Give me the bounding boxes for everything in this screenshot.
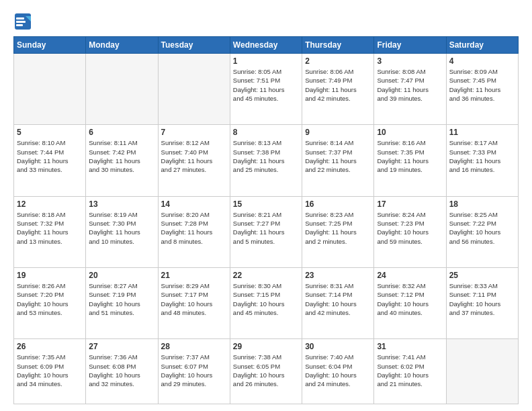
calendar-cell: 22Sunrise: 8:30 AM Sunset: 7:15 PM Dayli… [230, 267, 302, 338]
page: SundayMondayTuesdayWednesdayThursdayFrid… [0, 0, 532, 411]
week-row-3: 19Sunrise: 8:26 AM Sunset: 7:20 PM Dayli… [14, 267, 519, 338]
day-number: 19 [17, 271, 83, 280]
day-number: 18 [449, 199, 515, 209]
day-info: Sunrise: 8:25 AM Sunset: 7:22 PM Dayligh… [449, 210, 515, 246]
weekday-wednesday: Wednesday [230, 37, 302, 54]
day-info: Sunrise: 8:23 AM Sunset: 7:25 PM Dayligh… [305, 210, 371, 246]
calendar-table: SundayMondayTuesdayWednesdayThursdayFrid… [13, 36, 519, 404]
calendar-cell: 28Sunrise: 7:37 AM Sunset: 6:07 PM Dayli… [158, 339, 230, 404]
weekday-monday: Monday [86, 37, 158, 54]
day-info: Sunrise: 8:06 AM Sunset: 7:49 PM Dayligh… [305, 67, 371, 103]
day-number: 1 [233, 56, 299, 66]
day-number: 8 [233, 128, 299, 137]
calendar-cell: 20Sunrise: 8:27 AM Sunset: 7:19 PM Dayli… [86, 267, 158, 338]
week-row-4: 26Sunrise: 7:35 AM Sunset: 6:09 PM Dayli… [14, 339, 519, 404]
day-info: Sunrise: 8:09 AM Sunset: 7:45 PM Dayligh… [449, 67, 515, 103]
calendar-cell: 29Sunrise: 7:38 AM Sunset: 6:05 PM Dayli… [230, 339, 302, 404]
day-info: Sunrise: 8:11 AM Sunset: 7:42 PM Dayligh… [89, 138, 154, 174]
day-number: 11 [449, 128, 515, 137]
day-number: 2 [305, 56, 371, 66]
day-number: 6 [89, 128, 154, 137]
calendar-cell: 23Sunrise: 8:31 AM Sunset: 7:14 PM Dayli… [302, 267, 374, 338]
weekday-sunday: Sunday [14, 37, 86, 54]
calendar-cell [86, 54, 158, 125]
day-number: 22 [233, 271, 299, 280]
day-info: Sunrise: 8:27 AM Sunset: 7:19 PM Dayligh… [89, 281, 154, 317]
day-info: Sunrise: 8:12 AM Sunset: 7:40 PM Dayligh… [161, 138, 227, 174]
day-number: 4 [449, 56, 515, 66]
svg-rect-2 [16, 17, 24, 19]
calendar-cell: 9Sunrise: 8:14 AM Sunset: 7:37 PM Daylig… [302, 125, 374, 196]
day-number: 7 [161, 128, 227, 137]
day-number: 17 [377, 199, 443, 209]
weekday-friday: Friday [374, 37, 446, 54]
day-info: Sunrise: 8:20 AM Sunset: 7:28 PM Dayligh… [161, 210, 227, 246]
day-number: 3 [377, 56, 443, 66]
svg-rect-3 [16, 21, 26, 23]
day-number: 13 [89, 199, 154, 209]
day-info: Sunrise: 8:18 AM Sunset: 7:32 PM Dayligh… [17, 210, 83, 246]
logo [13, 12, 35, 31]
day-info: Sunrise: 7:41 AM Sunset: 6:02 PM Dayligh… [377, 353, 443, 388]
calendar-cell: 1Sunrise: 8:05 AM Sunset: 7:51 PM Daylig… [230, 54, 302, 125]
calendar-cell: 12Sunrise: 8:18 AM Sunset: 7:32 PM Dayli… [14, 196, 86, 267]
calendar-cell: 27Sunrise: 7:36 AM Sunset: 6:08 PM Dayli… [86, 339, 158, 404]
day-info: Sunrise: 8:21 AM Sunset: 7:27 PM Dayligh… [233, 210, 299, 246]
calendar-cell: 3Sunrise: 8:08 AM Sunset: 7:47 PM Daylig… [374, 54, 446, 125]
day-number: 14 [161, 199, 227, 209]
calendar-cell: 25Sunrise: 8:33 AM Sunset: 7:11 PM Dayli… [446, 267, 518, 338]
week-row-1: 5Sunrise: 8:10 AM Sunset: 7:44 PM Daylig… [14, 125, 519, 196]
weekday-tuesday: Tuesday [158, 37, 230, 54]
calendar-cell: 17Sunrise: 8:24 AM Sunset: 7:23 PM Dayli… [374, 196, 446, 267]
calendar-cell: 26Sunrise: 7:35 AM Sunset: 6:09 PM Dayli… [14, 339, 86, 404]
calendar-cell [158, 54, 230, 125]
calendar-cell [446, 339, 518, 404]
day-number: 25 [449, 271, 515, 280]
day-info: Sunrise: 8:24 AM Sunset: 7:23 PM Dayligh… [377, 210, 443, 246]
logo-icon [13, 12, 32, 31]
day-number: 10 [377, 128, 443, 137]
calendar-cell: 10Sunrise: 8:16 AM Sunset: 7:35 PM Dayli… [374, 125, 446, 196]
weekday-thursday: Thursday [302, 37, 374, 54]
day-info: Sunrise: 8:19 AM Sunset: 7:30 PM Dayligh… [89, 210, 154, 246]
day-info: Sunrise: 7:36 AM Sunset: 6:08 PM Dayligh… [89, 353, 154, 388]
day-info: Sunrise: 8:33 AM Sunset: 7:11 PM Dayligh… [449, 281, 515, 317]
calendar-cell: 13Sunrise: 8:19 AM Sunset: 7:30 PM Dayli… [86, 196, 158, 267]
day-info: Sunrise: 8:05 AM Sunset: 7:51 PM Dayligh… [233, 67, 299, 103]
day-info: Sunrise: 8:32 AM Sunset: 7:12 PM Dayligh… [377, 281, 443, 317]
calendar-cell: 31Sunrise: 7:41 AM Sunset: 6:02 PM Dayli… [374, 339, 446, 404]
day-number: 30 [305, 342, 371, 351]
calendar-cell: 18Sunrise: 8:25 AM Sunset: 7:22 PM Dayli… [446, 196, 518, 267]
day-info: Sunrise: 8:29 AM Sunset: 7:17 PM Dayligh… [161, 281, 227, 317]
day-info: Sunrise: 7:37 AM Sunset: 6:07 PM Dayligh… [161, 353, 227, 388]
calendar-cell: 30Sunrise: 7:40 AM Sunset: 6:04 PM Dayli… [302, 339, 374, 404]
calendar-cell: 2Sunrise: 8:06 AM Sunset: 7:49 PM Daylig… [302, 54, 374, 125]
day-number: 31 [377, 342, 443, 351]
calendar-cell: 8Sunrise: 8:13 AM Sunset: 7:38 PM Daylig… [230, 125, 302, 196]
calendar-cell: 7Sunrise: 8:12 AM Sunset: 7:40 PM Daylig… [158, 125, 230, 196]
calendar-cell: 15Sunrise: 8:21 AM Sunset: 7:27 PM Dayli… [230, 196, 302, 267]
day-number: 29 [233, 342, 299, 351]
calendar-cell: 16Sunrise: 8:23 AM Sunset: 7:25 PM Dayli… [302, 196, 374, 267]
day-number: 24 [377, 271, 443, 280]
header [13, 12, 519, 31]
day-number: 26 [17, 342, 83, 351]
day-info: Sunrise: 8:08 AM Sunset: 7:47 PM Dayligh… [377, 67, 443, 103]
day-number: 5 [17, 128, 83, 137]
day-number: 23 [305, 271, 371, 280]
day-number: 28 [161, 342, 227, 351]
day-info: Sunrise: 7:35 AM Sunset: 6:09 PM Dayligh… [17, 353, 83, 388]
weekday-header-row: SundayMondayTuesdayWednesdayThursdayFrid… [14, 37, 519, 54]
svg-rect-4 [16, 24, 23, 26]
calendar-cell: 6Sunrise: 8:11 AM Sunset: 7:42 PM Daylig… [86, 125, 158, 196]
day-info: Sunrise: 7:40 AM Sunset: 6:04 PM Dayligh… [305, 353, 371, 388]
calendar-cell: 14Sunrise: 8:20 AM Sunset: 7:28 PM Dayli… [158, 196, 230, 267]
calendar-cell: 21Sunrise: 8:29 AM Sunset: 7:17 PM Dayli… [158, 267, 230, 338]
week-row-2: 12Sunrise: 8:18 AM Sunset: 7:32 PM Dayli… [14, 196, 519, 267]
day-info: Sunrise: 8:17 AM Sunset: 7:33 PM Dayligh… [449, 138, 515, 174]
calendar-cell: 4Sunrise: 8:09 AM Sunset: 7:45 PM Daylig… [446, 54, 518, 125]
day-info: Sunrise: 7:38 AM Sunset: 6:05 PM Dayligh… [233, 353, 299, 388]
day-info: Sunrise: 8:26 AM Sunset: 7:20 PM Dayligh… [17, 281, 83, 317]
weekday-saturday: Saturday [446, 37, 518, 54]
week-row-0: 1Sunrise: 8:05 AM Sunset: 7:51 PM Daylig… [14, 54, 519, 125]
